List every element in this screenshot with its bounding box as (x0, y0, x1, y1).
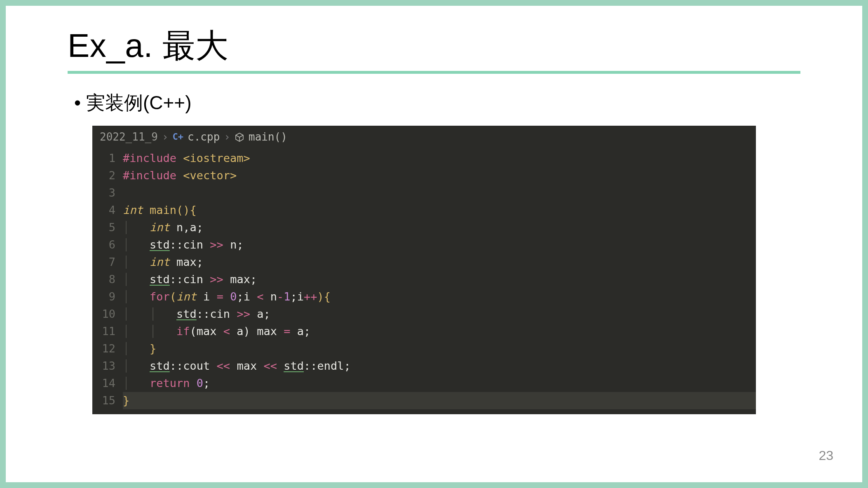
title-underline (68, 71, 800, 74)
chevron-right-icon: › (224, 128, 230, 145)
code-line: │ int max; (123, 253, 756, 271)
line-number-gutter: 123456789101112131415 (92, 147, 123, 414)
code-line: int main(){ (123, 202, 756, 219)
code-line: │ return 0; (123, 375, 756, 392)
code-line: │ │ std::cin >> a; (123, 305, 756, 323)
slide-frame: Ex_a. 最大 実装例(C++) 2022_11_9 › C+ c.cpp ›… (0, 0, 868, 488)
code-line: } (123, 392, 756, 409)
code-line: #include <vector> (123, 167, 756, 184)
code-line: │ int n,a; (123, 219, 756, 236)
breadcrumb-file: c.cpp (188, 128, 220, 145)
breadcrumb-folder: 2022_11_9 (100, 128, 158, 145)
chevron-right-icon: › (162, 128, 169, 145)
bullet-implementation: 実装例(C++) (74, 90, 800, 116)
code-line: │ │ if(max < a) max = a; (123, 323, 756, 340)
code-line: │ std::cout << max << std::endl; (123, 357, 756, 375)
breadcrumb-symbol: main() (249, 128, 287, 145)
code-line: │ for(int i = 0;i < n-1;i++){ (123, 288, 756, 305)
code-line: │ } (123, 340, 756, 357)
code-line (123, 184, 756, 202)
page-number: 23 (819, 448, 833, 463)
code-body: 123456789101112131415 #include <iostream… (92, 147, 756, 414)
breadcrumb: 2022_11_9 › C+ c.cpp › main() (92, 126, 756, 147)
code-line: │ std::cin >> max; (123, 271, 756, 288)
cpp-file-icon: C+ (173, 128, 184, 145)
source-code: #include <iostream> #include <vector> in… (123, 147, 756, 414)
cube-symbol-icon (235, 128, 244, 145)
code-editor-screenshot: 2022_11_9 › C+ c.cpp › main() 1234567891… (92, 126, 756, 414)
slide-content: Ex_a. 最大 実装例(C++) 2022_11_9 › C+ c.cpp ›… (6, 6, 862, 482)
code-line: #include <iostream> (123, 150, 756, 167)
code-line: │ std::cin >> n; (123, 236, 756, 253)
slide-title: Ex_a. 最大 (68, 24, 800, 68)
